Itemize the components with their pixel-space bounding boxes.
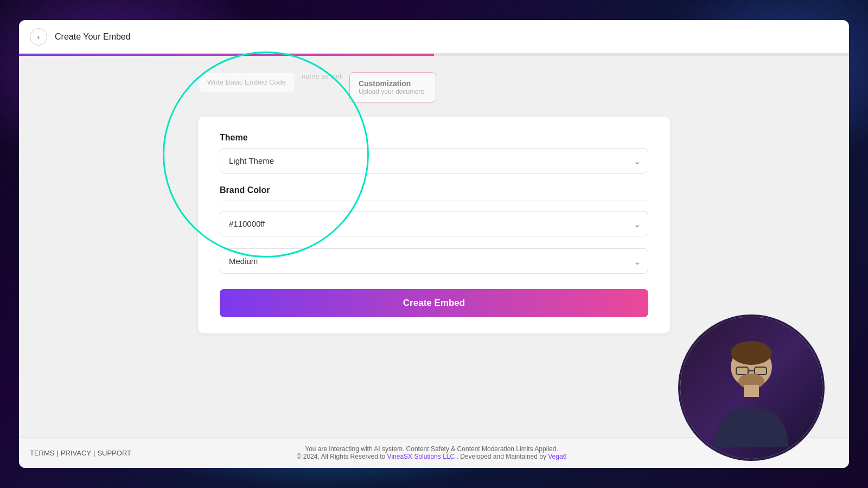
webcam-placeholder [680, 317, 822, 459]
section-divider [220, 201, 648, 201]
steps-faded: Write Basic Embed Code name as well Cust… [198, 72, 670, 102]
footer-sep1: | [57, 449, 59, 457]
footer-privacy[interactable]: PRIVACY [61, 449, 91, 457]
svg-point-1 [731, 341, 772, 365]
form-card: Theme Light Theme Dark Theme ⌄ Brand Col… [198, 117, 670, 333]
size-select-wrapper: Small Medium Large ⌄ [220, 248, 648, 274]
back-button[interactable]: ‹ [30, 28, 47, 46]
footer-company-link[interactable]: VineaSX Solutions LLC [387, 453, 455, 460]
footer-links: TERMS | PRIVACY | SUPPORT [30, 449, 133, 457]
theme-select-wrapper: Light Theme Dark Theme ⌄ [220, 148, 648, 174]
write-basic-step: Write Basic Embed Code [198, 72, 295, 92]
person-silhouette-icon [692, 328, 811, 447]
size-row: Small Medium Large ⌄ [220, 248, 648, 274]
customization-sub: Upload your document [359, 88, 427, 95]
customization-step-box: Customization Upload your document [349, 72, 436, 102]
footer-copyright: © 2024, All Rights Reserved to [297, 453, 386, 460]
footer-ai-text: You are interacting with AI system. Cont… [305, 445, 558, 453]
theme-select[interactable]: Light Theme Dark Theme [220, 148, 648, 174]
footer-terms[interactable]: TERMS [30, 449, 55, 457]
footer-support[interactable]: SUPPORT [97, 449, 131, 457]
create-embed-button[interactable]: Create Embed [220, 289, 648, 317]
footer-sep2: | [93, 449, 95, 457]
modal-header: ‹ Create Your Embed [19, 20, 849, 54]
size-select[interactable]: Small Medium Large [220, 248, 648, 274]
write-basic-label: Write Basic Embed Code [207, 78, 286, 86]
theme-row: Theme Light Theme Dark Theme ⌄ [220, 133, 648, 174]
svg-rect-6 [744, 385, 759, 397]
brand-color-label: Brand Color [220, 185, 648, 195]
back-icon: ‹ [37, 33, 40, 41]
webcam-overlay [678, 314, 825, 461]
brand-color-input-wrapper: ⌄ [220, 211, 648, 236]
brand-color-input[interactable] [220, 211, 648, 236]
steps-area: Write Basic Embed Code name as well Cust… [198, 56, 670, 111]
brand-color-row: Brand Color ⌄ [220, 185, 648, 236]
page-title: Create Your Embed [55, 32, 131, 42]
theme-label: Theme [220, 133, 648, 143]
footer-dev-link[interactable]: Vega6 [548, 453, 566, 460]
faded-sub: name as well [302, 72, 343, 80]
customization-title: Customization [359, 79, 427, 88]
footer-dev-text: . Developed and Maintained by [456, 453, 546, 460]
footer-center: You are interacting with AI system. Cont… [297, 445, 567, 460]
